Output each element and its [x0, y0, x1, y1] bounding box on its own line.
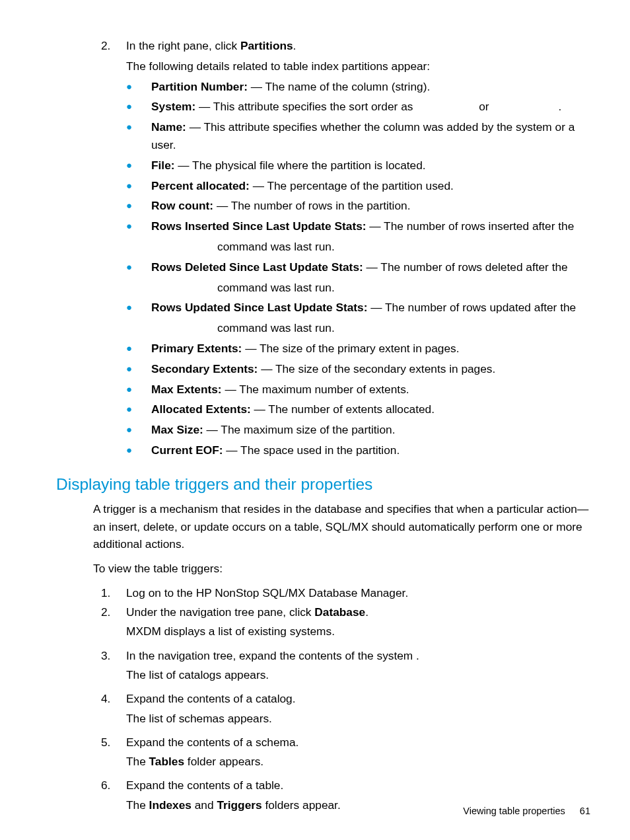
bullet-desc: — This attribute specifies whether the c…	[151, 120, 575, 151]
bullet-label: System:	[151, 100, 195, 113]
bullet-desc: — The percentage of the partition used.	[250, 179, 454, 192]
follow-c: folder appears.	[184, 755, 263, 768]
bullet-icon: ●	[126, 98, 151, 116]
bullet-body: Rows Deleted Since Last Update Stats: — …	[151, 258, 590, 276]
bullet-body: Rows Updated Since Last Update Stats: — …	[151, 299, 590, 317]
bullet-body: File: — The physical file where the part…	[151, 157, 590, 174]
step-bold: Database	[314, 605, 365, 619]
bullet-item: ● Max Extents: — The maximum number of e…	[126, 381, 590, 399]
step-number: 4.	[101, 690, 126, 707]
bullet-icon: ●	[126, 258, 151, 276]
bullet-label: Allocated Extents:	[151, 402, 251, 416]
step-body: Log on to the HP NonStop SQL/MX Database…	[126, 584, 590, 601]
step-bold: Partitions	[240, 39, 293, 52]
bullet-body: Secondary Extents: — The size of the sec…	[151, 360, 590, 378]
follow-bold-2: Triggers	[217, 798, 262, 812]
proc-step-6: 6. Expand the contents of a table.	[101, 777, 590, 794]
bullet-label: Row count:	[151, 199, 213, 212]
proc-step-4: 4. Expand the contents of a catalog.	[101, 690, 590, 707]
bullet-label: Current EOF:	[151, 443, 223, 457]
bullet-item: ● Percent allocated: — The percentage of…	[126, 177, 590, 195]
step-number: 2.	[101, 37, 126, 55]
bullet-icon: ●	[126, 441, 151, 459]
bullet-label: Secondary Extents:	[151, 362, 258, 375]
bullet-item: ● Primary Extents: — The size of the pri…	[126, 340, 590, 358]
section-heading: Displaying table triggers and their prop…	[56, 475, 590, 494]
bullet-item: ● Allocated Extents: — The number of ext…	[126, 401, 590, 418]
bullet-body: System: — This attribute specifies the s…	[151, 98, 590, 116]
step-body: Under the navigation tree pane, click Da…	[126, 603, 590, 621]
bullet-label: Rows Updated Since Last Update Stats:	[151, 301, 367, 314]
bullet-icon: ●	[126, 421, 151, 439]
step-number: 5.	[101, 734, 126, 751]
proc-step-1: 1. Log on to the HP NonStop SQL/MX Datab…	[101, 584, 590, 601]
step-text-a: Under the navigation tree pane, click	[126, 605, 314, 619]
bullet-icon: ●	[126, 381, 151, 399]
bullet-desc: — The space used in the partition.	[223, 443, 400, 457]
bullet-body: Max Extents: — The maximum number of ext…	[151, 381, 590, 399]
bullet-icon: ●	[126, 401, 151, 418]
bullet-body: Partition Number: — The name of the colu…	[151, 78, 590, 96]
proc-step-5: 5. Expand the contents of a schema.	[101, 734, 590, 751]
bullet-icon: ●	[126, 340, 151, 358]
proc-step-2: 2. Under the navigation tree pane, click…	[101, 603, 590, 621]
step-number: 3.	[101, 647, 126, 664]
bullet-item: ● Rows Updated Since Last Update Stats: …	[126, 299, 590, 317]
follow-bold-1: Indexes	[149, 798, 192, 812]
step-body: Expand the contents of a table.	[126, 777, 590, 794]
step-body: Expand the contents of a schema.	[126, 734, 590, 751]
bullet-desc: — The number of rows in the partition.	[213, 199, 410, 212]
bullet-item: ● Secondary Extents: — The size of the s…	[126, 360, 590, 378]
bullet-body: Rows Inserted Since Last Update Stats: —…	[151, 217, 590, 235]
bullet-icon: ●	[126, 78, 151, 96]
step-2-row: 2. In the right pane, click Partitions.	[101, 37, 590, 55]
bullet-desc: — The name of the column (string).	[248, 80, 430, 93]
step-number: 1.	[101, 584, 126, 601]
bullet-desc-post: .	[559, 100, 562, 113]
bullet-item: ● Current EOF: — The space used in the p…	[126, 441, 590, 459]
follow-a: The	[126, 798, 149, 812]
bullet-continuation: command was last run.	[217, 238, 590, 256]
step-followup: The following details related to table i…	[126, 57, 590, 75]
step-text-a: In the right pane, click	[126, 39, 240, 52]
proc-step-3: 3. In the navigation tree, expand the co…	[101, 647, 590, 664]
step-number: 2.	[101, 603, 126, 621]
step-followup: The Tables folder appears.	[126, 753, 590, 770]
bullet-body: Row count: — The number of rows in the p…	[151, 197, 590, 215]
bullet-body: Current EOF: — The space used in the par…	[151, 441, 590, 459]
bullet-icon: ●	[126, 157, 151, 174]
bullet-label: Max Extents:	[151, 383, 222, 396]
step-number: 6.	[101, 777, 126, 794]
bullet-item: ● System: — This attribute specifies the…	[126, 98, 590, 116]
bullet-item: ● Row count: — The number of rows in the…	[126, 197, 590, 215]
bullet-icon: ●	[126, 217, 151, 235]
bullet-desc-mid: or	[479, 100, 489, 113]
follow-a: The	[126, 755, 149, 768]
bullet-label: Rows Deleted Since Last Update Stats:	[151, 260, 363, 274]
bullet-desc: — The physical file where the partition …	[175, 159, 426, 172]
bullet-item: ● Max Size: — The maximum size of the pa…	[126, 421, 590, 439]
follow-mid: and	[192, 798, 217, 812]
bullet-label: Partition Number:	[151, 80, 248, 93]
follow-bold: Tables	[149, 755, 184, 768]
bullet-desc: — The size of the secondary extents in p…	[258, 362, 495, 375]
page-number: 61	[580, 806, 590, 816]
step-body: In the navigation tree, expand the conte…	[126, 647, 590, 664]
bullet-label: Name:	[151, 120, 186, 134]
bullet-body: Max Size: — The maximum size of the part…	[151, 421, 590, 439]
section-lead: To view the table triggers:	[93, 560, 590, 578]
step-body: In the right pane, click Partitions.	[126, 37, 590, 55]
bullet-icon: ●	[126, 360, 151, 378]
step-text-c: .	[293, 39, 297, 52]
bullet-icon: ●	[126, 197, 151, 215]
bullet-desc: — The number of rows deleted after the	[363, 260, 568, 274]
bullet-item: ● Partition Number: — The name of the co…	[126, 78, 590, 96]
bullet-label: Primary Extents:	[151, 342, 242, 355]
step-followup: The list of schemas appears.	[126, 710, 590, 727]
bullet-desc-pre: — This attribute specifies the sort orde…	[195, 100, 416, 113]
section-intro: A trigger is a mechanism that resides in…	[93, 500, 590, 553]
bullet-label: Percent allocated:	[151, 179, 250, 192]
bullet-body: Name: — This attribute specifies whether…	[151, 118, 590, 154]
bullet-item: ● File: — The physical file where the pa…	[126, 157, 590, 174]
bullet-desc: — The number of rows inserted after the	[367, 219, 575, 233]
